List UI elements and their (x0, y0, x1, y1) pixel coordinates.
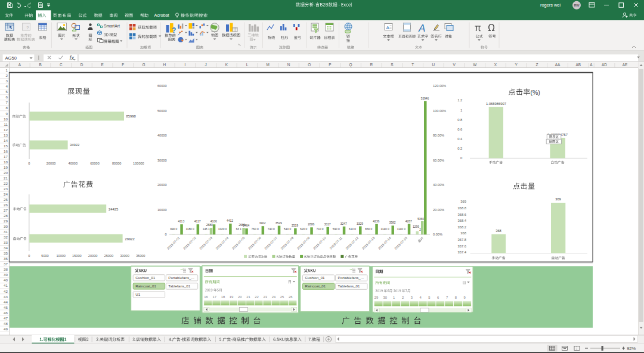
svg-text:25000: 25000 (104, 254, 114, 258)
svg-text:85998: 85998 (126, 114, 136, 118)
svg-text:L: L (246, 63, 249, 67)
svg-text:20: 20 (238, 295, 242, 299)
svg-text:H: H (163, 63, 166, 67)
svg-text:G: G (143, 63, 145, 67)
svg-text:7: 7 (446, 296, 448, 299)
svg-text:A: A (18, 63, 21, 67)
svg-text:3529: 3529 (275, 221, 282, 225)
svg-text:C: C (60, 63, 63, 67)
svg-text:368: 368 (496, 229, 501, 233)
svg-text:16: 16 (4, 149, 8, 153)
svg-text:20000: 20000 (47, 162, 56, 165)
svg-text:26: 26 (289, 295, 292, 299)
svg-text:40000: 40000 (69, 162, 78, 165)
svg-text:rogers wei: rogers wei (540, 2, 561, 8)
svg-text:5: 5 (428, 296, 430, 299)
svg-text:4113: 4113 (178, 219, 184, 223)
svg-text:10000: 10000 (157, 208, 167, 212)
svg-text:A: A (386, 25, 390, 30)
svg-text:AB: AB (576, 63, 581, 67)
svg-text:N: N (287, 63, 290, 67)
svg-text:0: 0 (28, 254, 30, 258)
svg-text:3247: 3247 (340, 222, 347, 225)
svg-text:12: 12 (4, 128, 8, 132)
svg-text:42: 42 (4, 289, 8, 293)
svg-text:53946: 53946 (421, 97, 429, 100)
svg-text:K: K (225, 63, 228, 67)
svg-text:24: 24 (4, 192, 8, 196)
svg-text:368.6: 368.6 (457, 213, 466, 216)
svg-text:60000: 60000 (90, 162, 100, 165)
svg-text:6: 6 (437, 296, 439, 299)
svg-text:17: 17 (4, 154, 8, 159)
svg-text:40000: 40000 (157, 134, 167, 137)
svg-text:60000: 60000 (157, 84, 167, 88)
svg-text:Portablefans_...: Portablefans_... (338, 275, 364, 280)
svg-text:18: 18 (4, 160, 8, 164)
svg-text:6: 6 (6, 95, 8, 99)
svg-text:3017: 3017 (324, 222, 330, 226)
svg-text:540 0: 540 0 (284, 228, 291, 231)
svg-text:V: V (453, 63, 456, 67)
svg-text:24: 24 (272, 295, 276, 299)
svg-text:100000: 100000 (133, 162, 144, 165)
svg-text:369: 369 (555, 197, 561, 201)
svg-text:D: D (80, 63, 83, 67)
svg-text:14: 14 (4, 138, 8, 143)
svg-text:0.6: 0.6 (457, 128, 462, 131)
svg-text:3: 3 (411, 296, 413, 299)
svg-text:P: P (329, 63, 331, 67)
svg-text:367.6: 367.6 (457, 244, 466, 248)
svg-text:18: 18 (221, 295, 225, 299)
svg-text:620 0: 620 0 (300, 228, 307, 231)
svg-text:40: 40 (4, 278, 8, 282)
svg-text:145 1: 145 1 (203, 228, 210, 231)
svg-text:80.00%: 80.00% (433, 134, 444, 137)
svg-text:8: 8 (6, 106, 8, 110)
svg-text:1180 0: 1180 0 (185, 228, 194, 231)
svg-text:5360: 5360 (417, 218, 424, 221)
svg-text:22: 22 (255, 295, 258, 299)
svg-text:2886: 2886 (308, 222, 314, 226)
svg-text:35: 35 (4, 251, 8, 255)
svg-text:2: 2 (419, 228, 421, 231)
svg-text:I: I (185, 63, 186, 67)
svg-text:710 0: 710 0 (316, 228, 323, 231)
svg-text:26: 26 (4, 203, 8, 207)
svg-text:16: 16 (204, 295, 208, 299)
svg-text:AD: AD (602, 63, 607, 67)
svg-text:11: 11 (4, 122, 8, 126)
svg-text:0.00%: 0.00% (433, 233, 442, 236)
svg-text:29: 29 (374, 296, 378, 299)
svg-text:1140 0: 1140 0 (397, 228, 406, 231)
svg-text:X: X (494, 63, 497, 67)
svg-text:R: R (370, 63, 373, 67)
svg-text:E: E (101, 63, 104, 67)
svg-text:SmartArt: SmartArt (104, 24, 120, 28)
svg-text:2464: 2464 (243, 224, 249, 227)
svg-text:AG50: AG50 (5, 55, 17, 61)
svg-text:B: B (39, 63, 41, 67)
svg-text:3: 3 (6, 79, 8, 83)
svg-text:fx: fx (70, 55, 75, 61)
svg-text:21: 21 (4, 176, 8, 180)
svg-text:48: 48 (4, 321, 8, 326)
svg-text:9: 9 (6, 112, 8, 116)
svg-text:27: 27 (4, 208, 8, 212)
svg-text:Q: Q (349, 63, 352, 67)
svg-text:20.00%: 20.00% (433, 208, 444, 212)
svg-text:5000: 5000 (41, 254, 48, 258)
svg-text:3402: 3402 (259, 221, 266, 225)
svg-text:20000: 20000 (88, 254, 98, 258)
svg-text:610 0: 610 0 (349, 228, 356, 231)
svg-text:4: 4 (6, 84, 8, 88)
svg-text:368.4: 368.4 (457, 219, 466, 222)
svg-text:60.00%: 60.00% (433, 159, 444, 162)
svg-text:Z: Z (535, 63, 538, 67)
svg-text:7: 7 (6, 100, 8, 104)
svg-text:U: U (432, 63, 435, 67)
svg-text:0.4: 0.4 (457, 137, 463, 141)
svg-text:4412: 4412 (227, 219, 233, 222)
svg-text:4236: 4236 (373, 219, 379, 223)
svg-text:45: 45 (4, 305, 8, 309)
